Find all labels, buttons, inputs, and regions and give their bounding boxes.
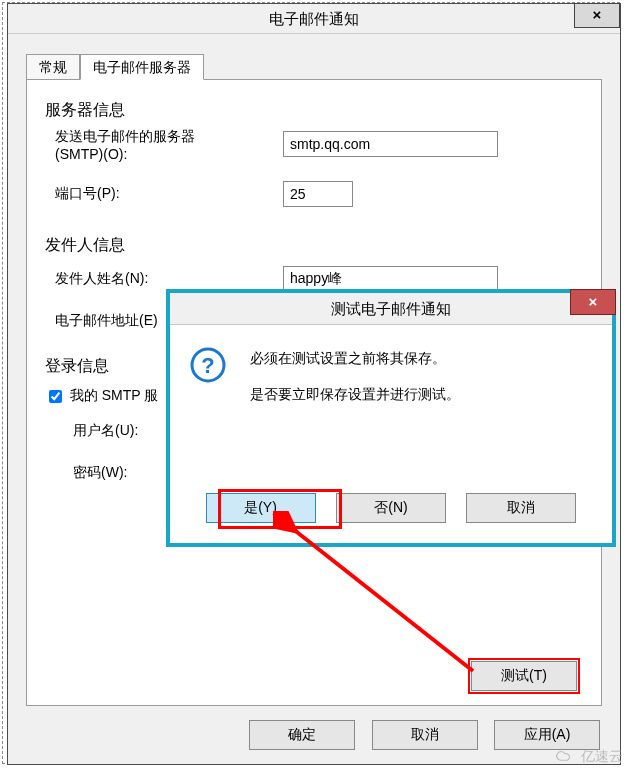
test-button[interactable]: 测试(T) [471,661,577,691]
smtp-auth-label: 我的 SMTP 服 [70,387,158,403]
cancel-button[interactable]: 取消 [372,720,478,750]
port-label: 端口号(P): [55,185,120,203]
confirm-dialog: 测试电子邮件通知 × ? 必须在测试设置之前将其保存。 是否要立即保存设置并进行… [166,289,616,547]
apply-button[interactable]: 应用(A) [494,720,600,750]
confirm-close-button[interactable]: × [570,289,616,315]
modal-cancel-button[interactable]: 取消 [466,493,576,523]
smtp-label: 发送电子邮件的服务器(SMTP)(O): [55,127,195,163]
tab-email-server[interactable]: 电子邮件服务器 [80,54,204,80]
main-close-button[interactable]: × [574,3,620,28]
screenshot-border: 电子邮件通知 × 常规电子邮件服务器 服务器信息 发送电子邮件的服务器(SMTP… [2,2,620,764]
confirm-line2: 是否要立即保存设置并进行测试。 [250,383,588,405]
tab-general[interactable]: 常规 [26,54,80,80]
password-label: 密码(W): [73,464,127,482]
main-titlebar: 电子邮件通知 × [8,4,620,34]
main-title: 电子邮件通知 [8,4,620,34]
confirm-button-row: 是(Y) 否(N) 取消 [170,493,612,523]
smtp-auth-checkbox[interactable] [49,390,62,403]
server-info-heading: 服务器信息 [45,100,583,121]
tabstrip: 常规电子邮件服务器 [26,54,204,80]
port-input[interactable] [283,181,353,207]
sender-email-label: 电子邮件地址(E) [55,312,158,330]
watermark: 亿速云 [555,748,623,766]
sender-info-heading: 发件人信息 [45,235,583,256]
no-button[interactable]: 否(N) [336,493,446,523]
confirm-title: 测试电子邮件通知 [170,293,612,325]
dialog-button-row: 确定 取消 应用(A) [8,720,620,752]
sender-name-label: 发件人姓名(N): [55,270,148,288]
confirm-titlebar: 测试电子邮件通知 × [170,293,612,325]
ok-button[interactable]: 确定 [249,720,355,750]
smtp-input[interactable] [283,131,498,157]
username-label: 用户名(U): [73,422,138,440]
confirm-line1: 必须在测试设置之前将其保存。 [250,347,588,369]
yes-button[interactable]: 是(Y) [206,493,316,523]
